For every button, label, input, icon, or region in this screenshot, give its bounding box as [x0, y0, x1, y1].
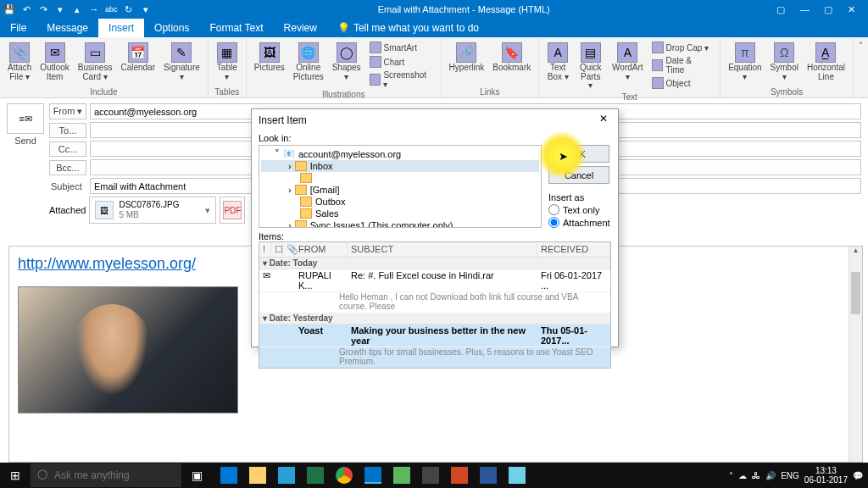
notifications-icon[interactable]: 💬	[853, 471, 863, 480]
search-input[interactable]	[31, 463, 181, 487]
tab-options[interactable]: Options	[144, 19, 199, 37]
tree-outbox[interactable]: Outbox	[261, 196, 539, 208]
symbol-button[interactable]: ΩSymbol▾	[768, 41, 801, 83]
next-icon[interactable]: →	[88, 3, 100, 15]
app-explorer[interactable]	[244, 463, 271, 487]
tree-gmail[interactable]: ›[Gmail]	[261, 184, 539, 196]
send-button[interactable]: ≡✉	[7, 103, 44, 134]
ribbon-collapse-icon[interactable]: ˄	[854, 39, 868, 97]
tell-me[interactable]: 💡Tell me what you want to do	[327, 19, 479, 37]
bcc-button[interactable]: Bcc...	[49, 160, 86, 175]
to-button[interactable]: To...	[49, 123, 86, 138]
col-attachment[interactable]: 📎	[283, 242, 295, 257]
scroll-thumb[interactable]	[851, 272, 860, 314]
attachment-pdf[interactable]: PDF	[220, 197, 245, 224]
horizontal-line-button[interactable]: A̲HorizontalLine	[804, 41, 848, 83]
items-list[interactable]: ! ☐ 📎 FROM SUBJECT RECEIVED ▾ Date: Toda…	[259, 241, 611, 369]
scrollbar-vertical[interactable]: ▲	[849, 247, 862, 462]
undo-icon[interactable]: ↶	[20, 3, 32, 15]
qat-more-icon[interactable]: ▾	[140, 3, 152, 15]
folder-tree[interactable]: ˅📧account@myelesson.org ›Inbox ›[Gmail] …	[259, 145, 542, 228]
tab-review[interactable]: Review	[274, 19, 327, 37]
maximize-icon[interactable]: ▢	[824, 4, 834, 15]
dialog-close-icon[interactable]: ✕	[596, 113, 611, 128]
hyperlink-text[interactable]: http://www.myelesson.org/	[18, 255, 196, 272]
tab-insert[interactable]: Insert	[98, 19, 144, 37]
table-button[interactable]: ▦Table▾	[214, 41, 241, 83]
minimize-icon[interactable]: —	[800, 4, 810, 15]
app-word[interactable]	[475, 463, 502, 487]
group-yesterday[interactable]: ▾ Date: Yesterday	[259, 313, 610, 324]
col-received[interactable]: RECEIVED	[537, 242, 610, 257]
pictures-button[interactable]: 🖼Pictures	[252, 41, 287, 75]
app-store[interactable]	[273, 463, 300, 487]
tray-up-icon[interactable]: ˄	[729, 471, 733, 480]
equation-button[interactable]: πEquation▾	[726, 41, 764, 83]
app-outlook[interactable]	[359, 463, 387, 487]
app-powerpoint[interactable]	[446, 463, 473, 487]
app-chrome[interactable]	[331, 463, 358, 487]
scroll-up-icon[interactable]: ▲	[849, 247, 862, 258]
hyperlink-button[interactable]: 🔗Hyperlink	[447, 41, 487, 75]
tab-message[interactable]: Message	[36, 19, 98, 37]
calendar-button[interactable]: 📅Calendar	[118, 41, 158, 75]
col-from[interactable]: FROM	[295, 242, 348, 257]
tab-format-text[interactable]: Format Text	[199, 19, 273, 37]
online-pictures-button[interactable]: 🌐OnlinePictures	[291, 41, 326, 83]
drop-cap-button[interactable]: Drop Cap ▾	[649, 41, 715, 54]
volume-icon[interactable]: 🔊	[765, 471, 776, 480]
col-icon[interactable]: ☐	[271, 242, 283, 257]
cc-button[interactable]: Cc...	[49, 141, 86, 157]
text-box-button[interactable]: ATextBox ▾	[544, 41, 571, 83]
shapes-button[interactable]: ◯Shapes▾	[330, 41, 364, 83]
from-button[interactable]: From ▾	[49, 103, 86, 119]
save-icon[interactable]: 💾	[3, 3, 15, 15]
bookmark-button[interactable]: 🔖Bookmark	[490, 41, 533, 75]
quick-parts-button[interactable]: ▤QuickParts ▾	[575, 41, 606, 92]
up-icon[interactable]: ▴	[71, 3, 83, 15]
business-card-button[interactable]: ▭BusinessCard ▾	[75, 41, 115, 83]
redo-icon[interactable]: ↷	[37, 3, 49, 15]
tree-account[interactable]: ˅📧account@myelesson.org	[261, 147, 539, 160]
date-time-button[interactable]: Date & Time	[649, 55, 715, 75]
object-button[interactable]: Object	[649, 76, 715, 90]
tree-sales[interactable]: Sales	[261, 208, 539, 219]
attachment-jpg[interactable]: 🖼 DSC07876.JPG5 MB ▾	[89, 197, 216, 224]
language-indicator[interactable]: ENG	[781, 471, 799, 480]
close-icon[interactable]: ✕	[848, 4, 858, 15]
app-notepad[interactable]	[504, 463, 531, 487]
radio-text-only[interactable]: Text only	[548, 204, 611, 215]
screenshot-button[interactable]: Screenshot ▾	[367, 69, 436, 90]
message-row[interactable]: ✉ RUPALI K... Re: #. Full Excel couse in…	[259, 269, 610, 313]
chart-button[interactable]: Chart	[367, 55, 436, 69]
start-button[interactable]: ⊞	[0, 463, 31, 488]
chevron-down-icon[interactable]: ▾	[205, 205, 210, 216]
clock[interactable]: 13:13 06-01-2017	[804, 466, 848, 485]
tree-blank[interactable]	[261, 172, 539, 184]
message-row-selected[interactable]: Yoast Making your business better in the…	[259, 324, 610, 368]
col-importance[interactable]: !	[259, 242, 271, 257]
items-header[interactable]: ! ☐ 📎 FROM SUBJECT RECEIVED	[259, 242, 610, 258]
tab-file[interactable]: File	[0, 19, 36, 37]
app-camtasia[interactable]	[388, 463, 415, 487]
tree-sync[interactable]: ›Sync Issues1 (This computer only)	[261, 219, 539, 228]
down-icon[interactable]: ▾	[54, 3, 66, 15]
group-today[interactable]: ▾ Date: Today	[259, 258, 610, 269]
wordart-button[interactable]: AWordArt▾	[609, 41, 645, 83]
network-icon[interactable]: 🖧	[752, 471, 760, 480]
app-edge[interactable]	[215, 463, 242, 487]
spellcheck-icon[interactable]: abc	[105, 3, 118, 15]
col-subject[interactable]: SUBJECT	[348, 242, 537, 257]
app-excel[interactable]	[302, 463, 329, 487]
app-snagit[interactable]	[417, 463, 444, 487]
attach-file-button[interactable]: 📎AttachFile ▾	[5, 41, 34, 83]
smartart-button[interactable]: SmartArt	[367, 41, 436, 54]
ok-button[interactable]: OK	[548, 145, 609, 163]
refresh-icon[interactable]: ↻	[123, 3, 135, 15]
outlook-item-button[interactable]: ✉OutlookItem	[37, 41, 71, 83]
ribbon-options-icon[interactable]: ▢	[776, 4, 787, 15]
task-view-button[interactable]: ▣	[181, 463, 212, 488]
radio-attachment[interactable]: Attachment	[548, 217, 611, 228]
cancel-button[interactable]: Cancel	[548, 166, 609, 184]
tree-inbox[interactable]: ›Inbox	[261, 160, 539, 172]
